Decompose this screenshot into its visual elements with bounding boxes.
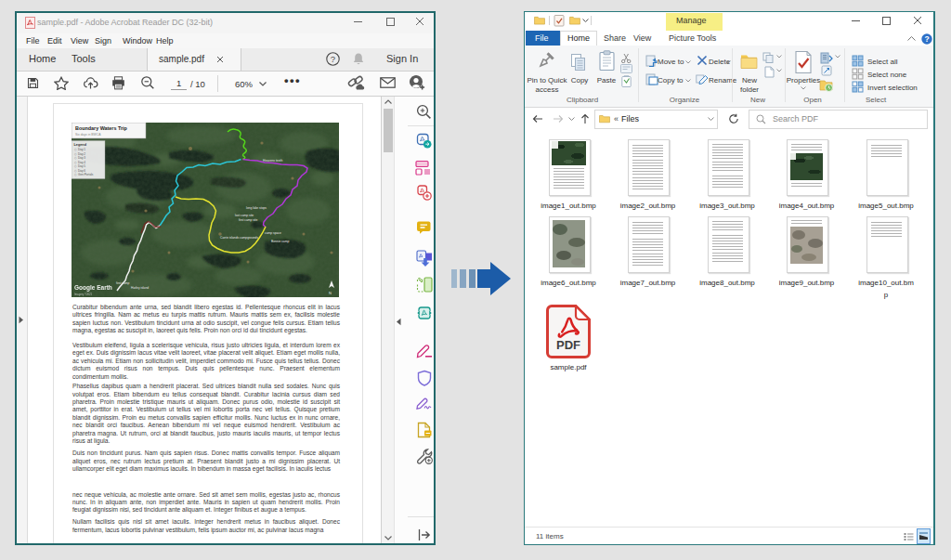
svg-text:◇: ◇ (74, 156, 77, 160)
svg-text:Imagery ©2021: Imagery ©2021 (74, 293, 93, 296)
svg-text:Heavens teeth: Heavens teeth (263, 159, 282, 163)
svg-text:◇: ◇ (74, 169, 77, 173)
svg-text:Six days in BWCA: Six days in BWCA (75, 133, 101, 137)
svg-text:Carrie islands campgrounds: Carrie islands campgrounds (220, 236, 258, 240)
svg-text:camp space: camp space (265, 231, 281, 235)
svg-text:◇: ◇ (74, 148, 77, 151)
svg-text:first camp: first camp (116, 281, 129, 285)
svg-text:last camp site: last camp site (235, 214, 254, 217)
svg-text:◇: ◇ (74, 164, 77, 168)
svg-text:Google Earth: Google Earth (74, 284, 112, 292)
svg-text:Bonnie camp: Bonnie camp (271, 240, 289, 243)
svg-text:◇: ◇ (74, 152, 77, 156)
svg-text:Day 2: Day 2 (78, 152, 85, 156)
svg-text:?: ? (924, 34, 929, 44)
svg-text:long lake stops: long lake stops (246, 206, 267, 210)
svg-text:Day 6: Day 6 (78, 169, 85, 173)
svg-text:Day 5: Day 5 (78, 164, 85, 168)
svg-text:N: N (329, 291, 332, 295)
svg-text:Harley island: Harley island (131, 286, 149, 290)
svg-text:◇: ◇ (74, 161, 77, 164)
svg-text:Legend: Legend (74, 143, 87, 147)
svg-text:Boundary Waters Trip: Boundary Waters Trip (75, 125, 128, 131)
svg-text:Day 1: Day 1 (78, 148, 85, 151)
svg-text:Day 4: Day 4 (78, 161, 85, 164)
svg-text:first camp site: first camp site (239, 218, 258, 222)
svg-text:PDF: PDF (556, 338, 580, 352)
svg-text:Day 3: Day 3 (78, 156, 85, 160)
svg-text:?: ? (331, 54, 335, 64)
svg-text:◇: ◇ (74, 173, 77, 176)
svg-text:Gen Portals: Gen Portals (78, 173, 94, 176)
